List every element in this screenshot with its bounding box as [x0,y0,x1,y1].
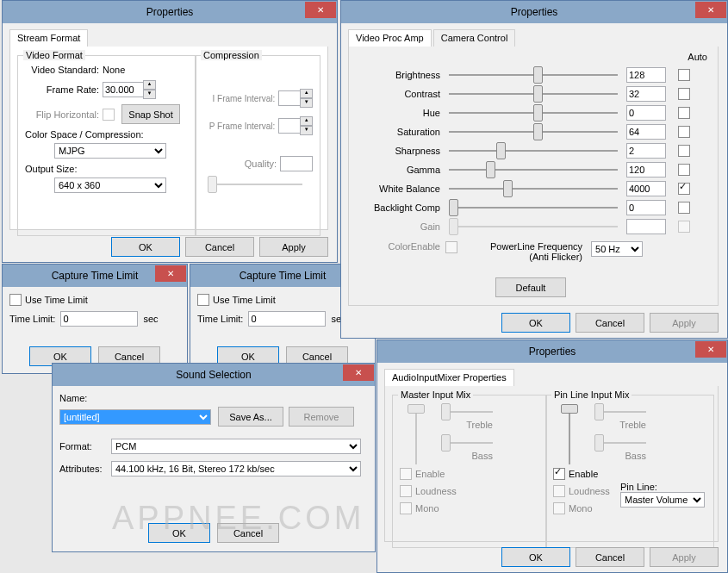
ok-button[interactable]: OK [111,237,180,257]
saturation-auto-checkbox[interactable] [678,126,690,138]
label-format: Format: [59,441,111,452]
legend: Video Format [23,50,85,60]
colorspace-select[interactable]: MJPG [54,143,166,159]
properties-videoprocamp-window: Properties Video Proc Amp Camera Control… [340,0,728,339]
label-antiflicker: (Anti Flicker) [490,252,582,262]
group-pinline: Pin Line Input Mix Treble Bass Enable Lo… [545,395,714,548]
label-videostd: Video Standard: [25,65,103,75]
tab-stream-format[interactable]: Stream Format [9,29,88,48]
titlebar[interactable]: Sound Selection [53,364,375,386]
tab-cameracontrol[interactable]: Camera Control [433,29,516,48]
label-name: Name: [59,393,368,403]
ok-button[interactable]: OK [501,313,570,333]
ok-button[interactable]: OK [501,547,570,567]
format-select[interactable]: PCM [111,439,361,454]
default-button[interactable]: Default [495,277,566,297]
properties-streamformat-window: Properties Stream Format Video Format Vi… [2,0,338,263]
gamma-slider[interactable] [449,162,618,178]
titlebar[interactable]: Capture Time Limit [3,265,187,287]
titlebar[interactable]: Properties [341,1,727,23]
contrast-value[interactable] [626,86,666,102]
saveas-button[interactable]: Save As... [218,407,283,427]
titlebar[interactable]: Properties [3,1,337,23]
slider-label: Backlight Comp [354,202,440,213]
usetimelimit-checkbox[interactable] [197,294,209,306]
hue-slider[interactable] [449,105,618,121]
pinline-bass-slider [594,435,646,451]
spin-up-icon[interactable]: ▲ [143,80,156,90]
gamma-value[interactable] [626,162,666,178]
group-masterinput: Master Input Mix Treble Bass Enable Loud… [392,395,547,548]
saturation-value[interactable] [626,124,666,140]
group-videoformat: Video Format Video Standard:None Frame R… [17,55,196,236]
slider-label: Brightness [354,70,440,80]
saturation-slider[interactable] [449,124,618,140]
pinline-vol-slider[interactable] [562,404,577,464]
slider-label: Saturation [354,127,440,137]
white-balance-value[interactable] [626,181,666,196]
white-balance-auto-checkbox[interactable] [678,183,690,195]
label-treble: Treble [441,420,493,430]
close-icon[interactable] [305,2,336,18]
label-usetl: Use Time Limit [213,295,276,305]
powerline-select[interactable]: 50 Hz [591,241,643,257]
master-enable-checkbox [400,468,412,480]
contrast-slider[interactable] [449,86,618,102]
gain-slider [449,219,618,234]
slider-label: Hue [354,108,440,118]
timelimit-input[interactable] [248,311,326,327]
attributes-select[interactable]: 44.100 kHz, 16 Bit, Stereo 172 kb/sec [111,461,361,476]
spin-down-icon[interactable]: ▼ [143,90,156,99]
close-icon[interactable] [343,364,374,381]
backlight-comp-slider[interactable] [449,200,618,215]
tab-audiomixer[interactable]: AudioInputMixer Properties [384,369,514,388]
brightness-auto-checkbox[interactable] [678,69,690,81]
cancel-button[interactable]: Cancel [576,313,644,333]
pinline-mono-checkbox [553,502,565,514]
hue-value[interactable] [626,105,666,121]
backlight-comp-value[interactable] [626,200,666,215]
backlight-comp-auto-checkbox[interactable] [678,202,690,214]
legend: Compression [201,50,262,60]
outputsize-select[interactable]: 640 x 360 [54,178,166,193]
quality-slider [208,177,302,192]
label-bass: Bass [594,451,646,461]
tab-videoprocamp[interactable]: Video Proc Amp [348,29,432,48]
framerate-input[interactable] [103,82,144,97]
snapshot-button[interactable]: Snap Shot [121,104,180,124]
label-framerate: Frame Rate: [25,84,103,95]
pframe-input [278,118,301,134]
legend: Pin Line Input Mix [551,389,632,400]
apply-button[interactable]: Apply [259,237,328,257]
usetimelimit-checkbox[interactable] [9,294,22,306]
sharpness-auto-checkbox[interactable] [678,145,690,157]
gamma-auto-checkbox[interactable] [678,164,690,176]
label-bass: Bass [441,451,493,461]
timelimit-input[interactable] [60,311,138,327]
capture-timelimit-window-1: Capture Time Limit Use Time Limit Time L… [2,264,188,374]
label-mono: Mono [415,503,439,514]
label-enable: Enable [569,469,598,479]
cancel-button[interactable]: Cancel [185,237,254,257]
titlebar[interactable]: Properties [377,340,727,363]
contrast-auto-checkbox[interactable] [678,88,690,100]
remove-button: Remove [289,407,354,427]
sharpness-slider[interactable] [449,143,618,159]
label-loudness: Loudness [415,486,457,496]
close-icon[interactable] [155,265,186,282]
close-icon[interactable] [695,2,726,18]
pinline-select[interactable]: Master Volume [620,492,705,508]
label-colorspace: Color Space / Compression: [25,129,189,140]
cancel-button[interactable]: Cancel [576,547,644,567]
spin-down-icon: ▼ [300,126,313,135]
master-bass-slider [441,435,493,451]
white-balance-slider[interactable] [449,181,618,196]
hue-auto-checkbox[interactable] [678,107,690,119]
name-select[interactable]: [untitled] [59,409,211,425]
sharpness-value[interactable] [626,143,666,159]
label-colorenable: ColorEnable [354,241,440,252]
close-icon[interactable] [695,341,726,358]
brightness-value[interactable] [626,67,666,83]
pinline-enable-checkbox[interactable] [553,468,565,480]
brightness-slider[interactable] [449,67,618,83]
